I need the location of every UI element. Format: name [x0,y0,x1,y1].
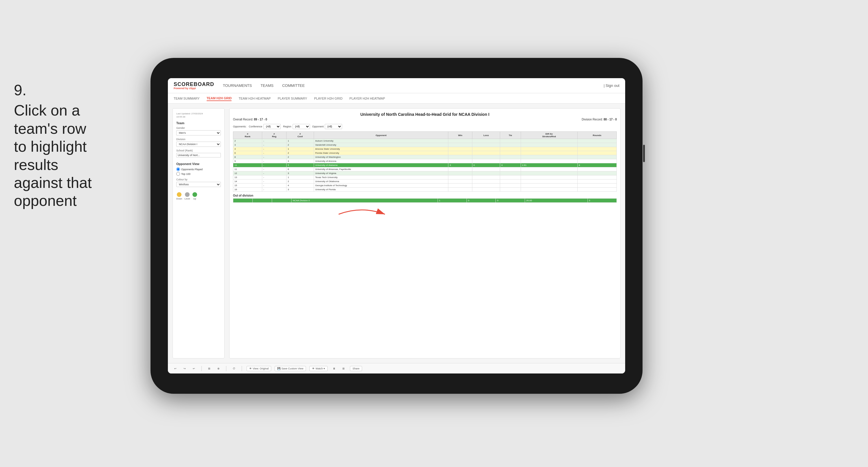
cell-conf: 3 [286,187,314,192]
cell-conf: 2 [286,151,314,155]
left-panel: Last Updated: 27/03/2024 16:55:38 Team G… [173,108,225,358]
table-row[interactable]: 11-6University of Arkansas, Fayetteville [233,167,617,171]
toolbar-divider-2 [226,366,226,371]
nav-tournaments[interactable]: TOURNAMENTS [223,82,252,89]
subnav-team-h2h-grid[interactable]: TEAM H2H GRID [207,96,232,101]
subnav-team-summary[interactable]: TEAM SUMMARY [174,96,200,101]
table-row[interactable]: 13-1Texas Tech University [233,175,617,179]
redo-button[interactable]: ↪ [182,366,188,371]
radio-top-100-input[interactable] [176,172,180,176]
table-row[interactable]: 6-2Florida State University [233,151,617,155]
table-row[interactable]: 16-3University of Florida [233,187,617,192]
table-row[interactable]: 9-3University of Arizona [233,159,617,163]
table-row[interactable]: 2-1Auburn University [233,139,617,143]
toolbar-divider-3 [242,366,242,371]
cell-reg: - [262,183,286,187]
subnav-player-h2h-grid[interactable]: PLAYER H2H GRID [314,96,342,101]
radio-opponents-played-input[interactable] [176,167,180,171]
cell-rank: 13 [233,175,262,179]
save-custom-button[interactable]: 💾 Save Custom View [275,366,306,371]
table-row[interactable]: 11-5University of Alabama3002.618 [233,163,617,167]
opponent-view-label: Opponent View [176,162,221,166]
th-opponent: Opponent [314,132,448,139]
school-input[interactable] [176,153,221,157]
out-div-conf [272,199,291,203]
cell-rank: 4 [233,147,262,151]
conference-select[interactable]: (All) [264,124,281,129]
cell-loss [472,167,500,171]
last-updated: Last Updated: 27/03/2024 16:55:38 [176,112,221,118]
legend-level-dot [185,192,190,197]
table-row[interactable]: 3-2Vanderbilt University [233,143,617,147]
table-row[interactable]: 12-3University of Virginia [233,171,617,175]
out-div-tie: 0 [496,199,525,203]
cell-tie [500,187,521,192]
tablet-side-button [643,145,645,162]
gender-label: Gender [176,126,221,129]
cell-rank: 2 [233,139,262,143]
add-button[interactable]: ⊕ [216,366,221,371]
watch-button[interactable]: 👁 Watch ▾ [309,366,328,371]
legend-up-dot [192,192,197,197]
cell-conf: 2 [286,179,314,183]
grid-button[interactable]: ⊞ [341,366,346,371]
th-win: Win [448,132,472,139]
subnav-team-h2h-heatmap[interactable]: TEAM H2H HEATMAP [239,96,271,101]
cell-diff [521,159,578,163]
undo-button[interactable]: ↩ [173,366,178,371]
cell-reg: - [262,155,286,159]
cell-win [448,147,472,151]
cell-loss [472,151,500,155]
division-select[interactable]: NCAA Division I [176,142,221,147]
cell-diff [521,143,578,147]
nav-teams[interactable]: TEAMS [260,82,274,89]
region-select[interactable]: (All) [292,124,310,129]
cell-rounds [578,171,617,175]
table-row[interactable]: 8-2University of Washington [233,155,617,159]
cell-tie [500,143,521,147]
subnav-player-summary[interactable]: PLAYER SUMMARY [278,96,307,101]
gender-select[interactable]: Men's [176,130,221,136]
cell-loss [472,183,500,187]
division-record: Division Record: 88 - 17 - 0 [582,118,617,121]
opponent-select[interactable]: (All) [325,124,342,129]
cell-diff: 2.61 [521,163,578,167]
cell-conf: 3 [286,159,314,163]
cell-reg: - [262,147,286,151]
cell-win [448,183,472,187]
cell-opponent: University of Florida [314,187,448,192]
table-row[interactable]: 14-2University of Oklahoma [233,179,617,183]
tablet-screen: SCOREBOARD Powered by clippi TOURNAMENTS… [168,78,625,374]
table-row[interactable]: 4-1Arizona State University [233,147,617,151]
undo2-button[interactable]: ↩ [191,366,197,371]
th-diff: Diff AvStrokes/Rnd [521,132,578,139]
screen-button[interactable]: 🖥 [331,366,337,371]
crop-button[interactable]: ⊞ [206,366,212,371]
th-loss: Loss [472,132,500,139]
out-of-division-row[interactable]: NCAA Division II 1 0 0 26.00 3 [233,199,617,203]
cell-conf: 5 [286,163,314,167]
cell-conf: 3 [286,171,314,175]
conference-filter-group: Conference (All) [249,124,281,129]
nav-committee[interactable]: COMMITTEE [282,82,305,89]
clock-button[interactable]: ⏱ [231,366,237,371]
cell-conf: 1 [286,147,314,151]
share-button[interactable]: Share [350,366,362,371]
table-header-row: #Rank #Reg #Conf Opponent Win Loss Tie D… [233,132,617,139]
sign-out-button[interactable]: Sign out [606,82,619,89]
view-original-button[interactable]: 👁 View: Original [247,366,271,371]
cell-win [448,187,472,192]
cell-loss [472,139,500,143]
table-row[interactable]: 15-4Georgia Institute of Technology [233,183,617,187]
cell-opponent: University of Arizona [314,159,448,163]
cell-loss [472,159,500,163]
cell-conf: 1 [286,175,314,179]
cell-reg: - [262,175,286,179]
subnav-player-h2h-heatmap[interactable]: PLAYER H2H HEATMAP [349,96,385,101]
colour-by-select[interactable]: Win/loss [176,182,221,187]
division-label: Division [176,138,221,141]
cell-loss [472,143,500,147]
cell-conf: 6 [286,167,314,171]
cell-rounds [578,187,617,192]
cell-reg: - [262,187,286,192]
